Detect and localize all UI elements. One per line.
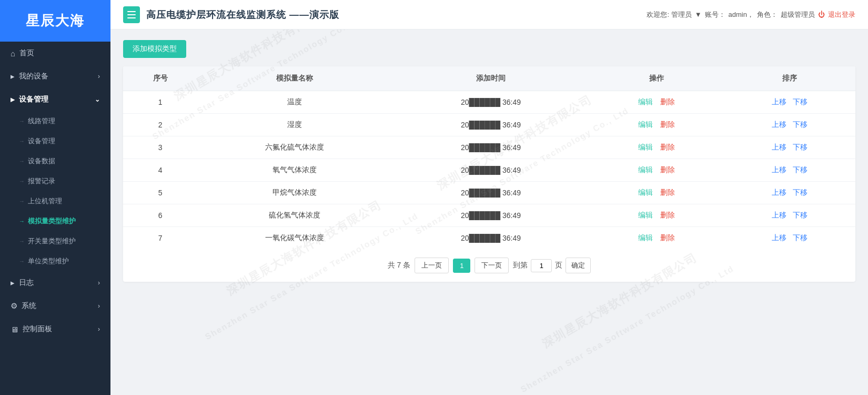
table-row: 2 湿度 20██████ 36:49 编辑 删除 上移 下移: [123, 114, 855, 136]
move-down-button[interactable]: 下移: [793, 97, 808, 106]
sidebar-subitem-alarm-log-label: 报警记录: [28, 176, 55, 186]
sidebar-subitem-unit-type-label: 单位类型维护: [28, 256, 69, 266]
edit-button[interactable]: 编辑: [638, 165, 653, 174]
home-icon: ⌂: [11, 49, 15, 58]
cell-order: 上移 下移: [724, 136, 855, 159]
sidebar-item-device-manage[interactable]: ▸ 设备管理 ⌄: [0, 88, 110, 111]
move-up-button[interactable]: 上移: [772, 211, 786, 219]
cell-id: 3: [123, 136, 197, 159]
cell-order: 上移 下移: [724, 227, 855, 250]
sidebar-item-home-label: 首页: [19, 48, 34, 58]
header-right: 欢迎您: 管理员 ▼ 账号： admin， 角色： 超级管理员 ⏻ 退出登录: [647, 10, 855, 19]
cell-order: 上移 下移: [724, 91, 855, 114]
cell-id: 5: [123, 182, 197, 204]
sidebar-item-system[interactable]: ⚙ 系统 ›: [0, 294, 110, 318]
delete-button[interactable]: 删除: [660, 233, 675, 242]
account-separator: ▼: [695, 11, 702, 18]
arrow-icon-2: ▸: [11, 95, 15, 104]
move-up-button[interactable]: 上移: [772, 97, 786, 106]
sidebar-subitem-device-manage[interactable]: 设备管理: [0, 131, 110, 151]
prev-page-button[interactable]: 上一页: [415, 258, 449, 273]
edit-button[interactable]: 编辑: [638, 120, 653, 129]
delete-button[interactable]: 删除: [660, 97, 675, 106]
cell-name: 温度: [197, 91, 392, 114]
sidebar-subitem-unit-type[interactable]: 单位类型维护: [0, 251, 110, 271]
chevron-right-icon-4: ›: [98, 325, 100, 333]
cell-order: 上移 下移: [724, 159, 855, 182]
move-up-button[interactable]: 上移: [772, 165, 786, 174]
cell-name: 氧气气体浓度: [197, 159, 392, 182]
sidebar-subitem-device-manage-label: 设备管理: [28, 136, 55, 146]
sidebar-subitem-upper-machine[interactable]: 上位机管理: [0, 191, 110, 211]
move-up-button[interactable]: 上移: [772, 188, 786, 196]
table-row: 4 氧气气体浓度 20██████ 36:49 编辑 删除 上移 下移: [123, 159, 855, 182]
sidebar-subitem-analog-type[interactable]: 模拟量类型维护: [0, 211, 110, 231]
sidebar-item-log[interactable]: ▸ 日志 ›: [0, 271, 110, 294]
sidebar-item-control-panel[interactable]: 🖥 控制面板 ›: [0, 318, 110, 341]
cell-actions: 编辑 删除: [590, 114, 724, 136]
move-down-button[interactable]: 下移: [793, 120, 808, 129]
menu-toggle-button[interactable]: [123, 6, 140, 23]
goto-confirm-button[interactable]: 确定: [566, 258, 591, 273]
system-icon: ⚙: [11, 301, 17, 311]
sidebar-subitem-line-manage-label: 线路管理: [28, 116, 55, 126]
sidebar-subitem-line-manage[interactable]: 线路管理: [0, 111, 110, 131]
move-down-button[interactable]: 下移: [793, 211, 808, 219]
table-row: 1 温度 20██████ 36:49 编辑 删除 上移 下移: [123, 91, 855, 114]
cell-name: 硫化氢气体浓度: [197, 204, 392, 227]
edit-button[interactable]: 编辑: [638, 233, 653, 242]
col-header-time: 添加时间: [392, 66, 589, 91]
page-1-button[interactable]: 1: [453, 259, 470, 273]
edit-button[interactable]: 编辑: [638, 211, 653, 219]
sidebar-logo: 星辰大海: [0, 0, 110, 42]
cell-order: 上移 下移: [724, 182, 855, 204]
delete-button[interactable]: 删除: [660, 165, 675, 174]
edit-button[interactable]: 编辑: [638, 97, 653, 106]
add-analog-type-button[interactable]: 添加模拟类型: [123, 40, 186, 58]
delete-button[interactable]: 删除: [660, 188, 675, 196]
delete-button[interactable]: 删除: [660, 211, 675, 219]
cell-time: 20██████ 36:49: [392, 159, 589, 182]
cell-time: 20██████ 36:49: [392, 136, 589, 159]
col-header-id: 序号: [123, 66, 197, 91]
move-up-button[interactable]: 上移: [772, 120, 786, 129]
main-container: 高压电缆护层环流在线监测系统 ——演示版 欢迎您: 管理员 ▼ 账号： admi…: [110, 0, 868, 395]
sidebar-subitem-alarm-log[interactable]: 报警记录: [0, 171, 110, 191]
move-down-button[interactable]: 下移: [793, 188, 808, 196]
goto-page-input[interactable]: [531, 259, 552, 272]
move-up-button[interactable]: 上移: [772, 233, 786, 242]
cell-name: 六氟化硫气体浓度: [197, 136, 392, 159]
cell-time: 20██████ 36:49: [392, 182, 589, 204]
role-label: 角色：: [757, 10, 778, 19]
delete-button[interactable]: 删除: [660, 120, 675, 129]
cell-order: 上移 下移: [724, 114, 855, 136]
cell-actions: 编辑 删除: [590, 91, 724, 114]
sidebar-item-my-device[interactable]: ▸ 我的设备 ›: [0, 65, 110, 88]
page-title: 高压电缆护层环流在线监测系统 ——演示版: [146, 8, 339, 21]
goto-text: 到第: [513, 261, 528, 270]
move-down-button[interactable]: 下移: [793, 165, 808, 174]
sidebar-subitem-switch-type[interactable]: 开关量类型维护: [0, 231, 110, 251]
pagination: 共 7 条 上一页 1 下一页 到第 页 确定: [123, 249, 855, 282]
sidebar-item-home[interactable]: ⌂ 首页: [0, 42, 110, 65]
delete-button[interactable]: 删除: [660, 143, 675, 151]
table-row: 3 六氟化硫气体浓度 20██████ 36:49 编辑 删除 上移 下移: [123, 136, 855, 159]
move-down-button[interactable]: 下移: [793, 143, 808, 151]
sidebar-subitem-device-data[interactable]: 设备数据: [0, 151, 110, 171]
cell-actions: 编辑 删除: [590, 182, 724, 204]
header: 高压电缆护层环流在线监测系统 ——演示版 欢迎您: 管理员 ▼ 账号： admi…: [110, 0, 868, 29]
welcome-text: 欢迎您: 管理员: [647, 10, 691, 19]
table-row: 5 甲烷气体浓度 20██████ 36:49 编辑 删除 上移 下移: [123, 182, 855, 204]
move-up-button[interactable]: 上移: [772, 143, 786, 151]
logout-icon: ⏻: [818, 11, 825, 18]
cell-id: 2: [123, 114, 197, 136]
move-down-button[interactable]: 下移: [793, 233, 808, 242]
next-page-button[interactable]: 下一页: [475, 258, 509, 273]
sidebar-item-device-manage-label: 设备管理: [19, 95, 48, 104]
cell-name: 甲烷气体浓度: [197, 182, 392, 204]
cell-actions: 编辑 删除: [590, 136, 724, 159]
edit-button[interactable]: 编辑: [638, 188, 653, 196]
edit-button[interactable]: 编辑: [638, 143, 653, 151]
logout-button[interactable]: 退出登录: [828, 10, 855, 19]
sidebar-item-my-device-label: 我的设备: [19, 72, 48, 81]
